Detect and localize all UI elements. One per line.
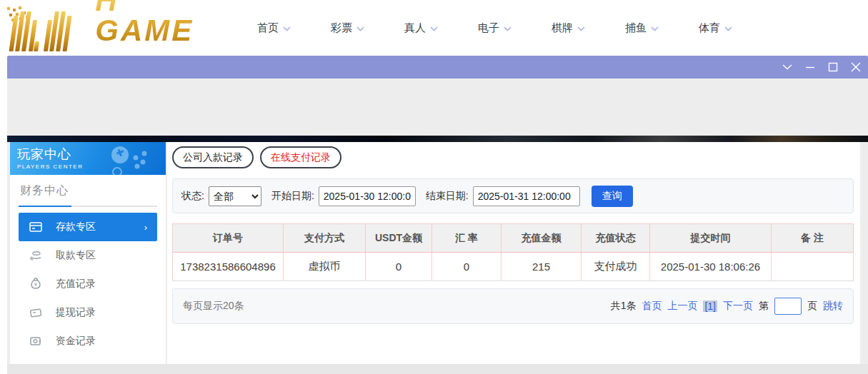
nav-item-live[interactable]: 真人 xyxy=(404,21,478,35)
status-select[interactable]: 全部 xyxy=(209,186,261,206)
col-exchange-rate: 汇 率 xyxy=(432,224,502,253)
chevron-right-icon: › xyxy=(144,222,147,233)
decorative-banner xyxy=(7,136,868,142)
query-button[interactable]: 查询 xyxy=(592,186,633,207)
chevron-down-icon xyxy=(577,26,585,31)
wallet-out-icon xyxy=(29,305,43,320)
table-row: 1738231586604896 虚拟币 0 0 215 支付成功 2025-0… xyxy=(173,253,854,281)
first-page-link[interactable]: 首页 xyxy=(642,300,662,313)
col-order-number: 订单号 xyxy=(173,224,284,253)
total-count-text: 共1条 xyxy=(611,300,637,313)
cell-recharge-status: 支付成功 xyxy=(582,253,650,281)
nav-item-lottery[interactable]: 彩票 xyxy=(331,21,404,35)
nav-item-slots[interactable]: 电子 xyxy=(478,21,552,35)
col-recharge-amount: 充值金额 xyxy=(502,224,582,253)
chevron-down-icon xyxy=(724,26,732,31)
window-maximize-icon[interactable] xyxy=(827,61,839,74)
content-area: 玩家中心 PLAYERS CENTER 财 xyxy=(7,142,868,364)
sidebar-item-label: 取款专区 xyxy=(56,249,147,262)
site-header: H GAME 首页 彩票 真人 电子 棋牌 xyxy=(0,0,868,56)
cell-remarks xyxy=(772,253,854,281)
chevron-down-icon xyxy=(356,26,364,31)
col-recharge-status: 充值状态 xyxy=(582,224,650,253)
gamepad-icon xyxy=(104,145,160,175)
sidebar-item-label: 资金记录 xyxy=(56,335,147,348)
brand-logo: H GAME xyxy=(9,4,223,51)
end-date-label: 结束日期: xyxy=(426,190,469,203)
nav-item-sports[interactable]: 体育 xyxy=(699,21,772,35)
start-date-label: 开始日期: xyxy=(271,190,314,203)
filter-bar: 状态: 全部 开始日期: 结束日期: 查询 xyxy=(172,178,854,213)
cell-usdt-amount: 0 xyxy=(366,253,432,281)
cell-order-number: 1738231586604896 xyxy=(173,253,284,281)
window-controls xyxy=(781,56,862,79)
window-titlebar[interactable] xyxy=(7,56,868,79)
main-nav: 首页 彩票 真人 电子 棋牌 捕鱼 xyxy=(257,21,772,35)
pagination-controls: 共1条 首页 上一页 [1] 下一页 第 页 跳转 xyxy=(611,298,843,315)
table-header-row: 订单号 支付方式 USDT金额 汇 率 充值金额 充值状态 提交时间 备 注 xyxy=(173,224,854,253)
screen: H GAME 首页 彩票 真人 电子 棋牌 xyxy=(0,0,868,374)
main-panel: 公司入款记录 在线支付记录 状态: 全部 开始日期: 结束日期: xyxy=(167,142,860,364)
cell-submit-time: 2025-01-30 18:06:26 xyxy=(650,253,772,281)
next-page-link[interactable]: 下一页 xyxy=(723,300,753,313)
tab-online-payment-records[interactable]: 在线支付记录 xyxy=(260,146,341,168)
nav-item-fishing[interactable]: 捕鱼 xyxy=(625,21,699,35)
window-footer-strip xyxy=(7,364,868,374)
brand-logo-mark-icon xyxy=(9,9,91,51)
sidebar-item-label: 充值记录 xyxy=(56,278,147,290)
sidebar-item-label: 提现记录 xyxy=(56,306,147,319)
money-bag-icon: ¥ xyxy=(29,277,43,291)
sidebar-item-deposit-zone[interactable]: 存款专区 › xyxy=(19,213,157,241)
cell-recharge-amount: 215 xyxy=(502,253,582,281)
jump-action-link[interactable]: 跳转 xyxy=(823,300,843,313)
funds-record-icon xyxy=(29,334,43,348)
brand-logo-text: H GAME xyxy=(95,0,223,51)
sidebar-item-withdrawal-records[interactable]: 提现记录 xyxy=(19,298,157,327)
start-date-input[interactable] xyxy=(319,186,416,206)
pagination-bar: 每页显示20条 共1条 首页 上一页 [1] 下一页 第 页 跳转 xyxy=(172,288,854,324)
cell-exchange-rate: 0 xyxy=(432,253,502,281)
status-label: 状态: xyxy=(181,190,204,203)
deposit-card-icon xyxy=(29,220,43,234)
chevron-down-icon xyxy=(504,26,512,31)
nav-item-home[interactable]: 首页 xyxy=(257,21,331,35)
current-page-indicator: [1] xyxy=(703,300,717,312)
sidebar: 玩家中心 PLAYERS CENTER 财 xyxy=(10,142,166,364)
records-table: 订单号 支付方式 USDT金额 汇 率 充值金额 充值状态 提交时间 备 注 xyxy=(172,223,854,281)
col-remarks: 备 注 xyxy=(772,224,854,253)
chevron-down-icon xyxy=(430,26,438,31)
chevron-down-icon xyxy=(651,26,659,31)
jump-prefix-label: 第 xyxy=(759,300,769,313)
nav-item-boardgames[interactable]: 棋牌 xyxy=(552,21,625,35)
sidebar-menu: 存款专区 › 取款专区 ¥ xyxy=(10,213,166,355)
tab-company-deposit-records[interactable]: 公司入款记录 xyxy=(172,146,254,168)
window-close-icon[interactable] xyxy=(849,61,862,74)
players-center-header: 玩家中心 PLAYERS CENTER xyxy=(10,142,166,175)
col-usdt-amount: USDT金额 xyxy=(366,224,432,253)
prev-page-link[interactable]: 上一页 xyxy=(667,300,697,313)
finance-center-label: 财务中心 xyxy=(10,175,166,203)
col-payment-method: 支付方式 xyxy=(284,224,366,253)
sidebar-item-funds-records[interactable]: 资金记录 xyxy=(19,327,157,355)
svg-text:¥: ¥ xyxy=(34,282,37,287)
window-minimize-icon[interactable] xyxy=(804,61,817,74)
sidebar-item-label: 存款专区 xyxy=(56,221,131,233)
window-dropdown-icon[interactable] xyxy=(781,61,794,74)
window-body: 玩家中心 PLAYERS CENTER 财 xyxy=(7,79,868,374)
sidebar-item-withdraw-zone[interactable]: 取款专区 xyxy=(19,241,157,270)
app-window: 玩家中心 PLAYERS CENTER 财 xyxy=(7,56,868,374)
record-tabs: 公司入款记录 在线支付记录 xyxy=(172,146,854,168)
jump-page-input[interactable] xyxy=(774,298,802,315)
withdraw-hand-icon xyxy=(29,248,43,263)
section-divider xyxy=(19,206,157,207)
chevron-down-icon xyxy=(283,26,291,31)
cell-payment-method: 虚拟币 xyxy=(284,253,366,281)
end-date-input[interactable] xyxy=(473,186,580,206)
page-size-text: 每页显示20条 xyxy=(183,300,244,313)
sidebar-item-recharge-records[interactable]: ¥ 充值记录 xyxy=(19,270,157,298)
jump-suffix-label: 页 xyxy=(807,300,817,313)
col-submit-time: 提交时间 xyxy=(650,224,772,253)
